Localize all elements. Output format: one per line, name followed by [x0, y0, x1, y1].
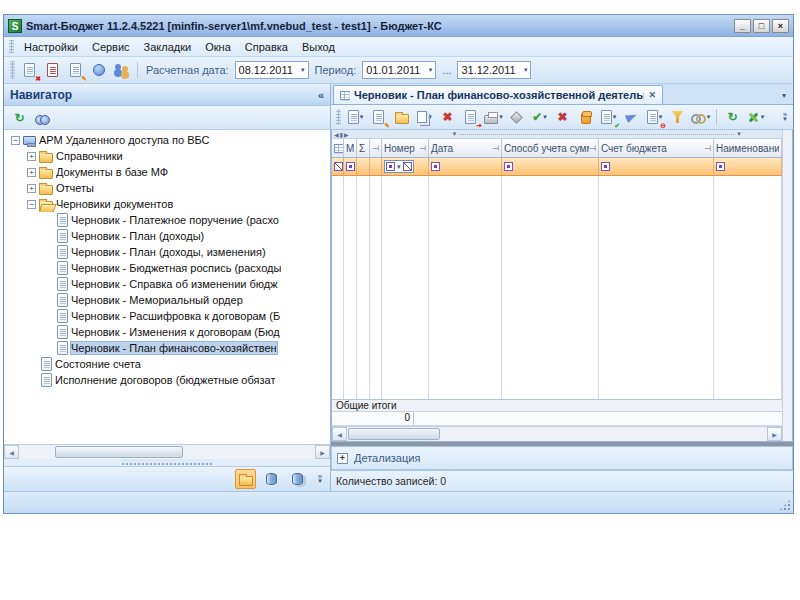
tab-plan-fhd[interactable]: Черновик - План финансово-хозяйственной …: [333, 85, 663, 104]
period-from-dropdown-icon[interactable]: ▾: [429, 66, 433, 74]
filter-cell[interactable]: ▾: [382, 158, 429, 175]
filter-cell[interactable]: [502, 158, 599, 175]
filter-clear-icon[interactable]: [403, 162, 412, 171]
copy-dropdown-icon[interactable]: ▾: [428, 113, 432, 121]
exit-document-button[interactable]: ✖: [19, 60, 40, 80]
tools-dropdown-icon[interactable]: ▾: [761, 113, 765, 121]
tab-close-icon[interactable]: ✕: [648, 90, 656, 100]
calc-date-dropdown-icon[interactable]: ▾: [301, 66, 305, 74]
verify-document-button[interactable]: ✔▾: [598, 107, 619, 127]
pushpin-icon[interactable]: ⊣: [492, 144, 499, 153]
tree-item[interactable]: Черновик - План (доходы, изменения): [4, 244, 330, 260]
users-button[interactable]: [111, 60, 132, 80]
scroll-track[interactable]: [347, 427, 767, 441]
save-button[interactable]: [391, 107, 412, 127]
database-view-button[interactable]: [261, 469, 282, 489]
scroll-right-icon[interactable]: ▶: [767, 427, 782, 441]
tree-item[interactable]: Черновик - Платежное поручение (расхо: [4, 212, 330, 228]
column-header-счет бюджета[interactable]: Счет бюджета⊣: [599, 139, 714, 157]
collapse-panel-icon[interactable]: «: [318, 89, 324, 101]
send-button[interactable]: [621, 107, 642, 127]
tree-item[interactable]: Черновик - План (доходы): [4, 228, 330, 244]
filter-cell[interactable]: [599, 158, 714, 175]
close-button[interactable]: ×: [772, 19, 789, 33]
minimize-button[interactable]: _: [734, 19, 751, 33]
column-scroll-indicator[interactable]: ▼▼: [452, 131, 742, 137]
grid-customize-icon[interactable]: [334, 144, 344, 153]
edit-document-button[interactable]: ✎: [368, 107, 389, 127]
maximize-button[interactable]: □: [753, 19, 770, 33]
scroll-track[interactable]: [19, 445, 315, 459]
eraser-button[interactable]: [506, 107, 527, 127]
create-document-button[interactable]: ▾: [345, 107, 366, 127]
search-binoculars-button[interactable]: [32, 108, 53, 128]
menu-item-настройки[interactable]: Настройки: [17, 39, 85, 55]
tree-item[interactable]: Состояние счета: [4, 356, 330, 372]
filter-button-icon[interactable]: [504, 162, 513, 171]
verify-document-dropdown-icon[interactable]: ▾: [613, 113, 617, 121]
tree-item[interactable]: Черновик - Бюджетная роспись (расходы: [4, 260, 330, 276]
delete-button[interactable]: ✖: [437, 107, 458, 127]
filter-active-cell[interactable]: ▾: [384, 160, 414, 173]
column-header[interactable]: ⊣: [370, 139, 382, 157]
edit-document-button[interactable]: ✎: [65, 60, 86, 80]
hold-hand-button[interactable]: [575, 107, 596, 127]
filter-cell[interactable]: [332, 158, 344, 175]
tree-item[interactable]: Исполнение договоров (бюджетные обязат: [4, 372, 330, 388]
tree-item[interactable]: Черновик - Изменения к договорам (Бюд: [4, 324, 330, 340]
tools-button[interactable]: ▾: [745, 107, 766, 127]
tree-item[interactable]: +Документы в базе МФ: [4, 164, 330, 180]
tree-item[interactable]: Черновик - План финансово-хозяйствен: [4, 340, 330, 356]
column-header[interactable]: [332, 139, 344, 157]
period-to-input[interactable]: 31.12.2011 ▾: [457, 61, 531, 79]
tree-item[interactable]: Черновик - Справка об изменении бюдж: [4, 276, 330, 292]
expand-plus-icon[interactable]: +: [27, 168, 36, 177]
filter-button-icon[interactable]: [716, 162, 725, 171]
filter-clear-icon[interactable]: [334, 162, 343, 171]
column-header-способ учета сумм[interactable]: Способ учета сумм⊣: [502, 139, 599, 157]
column-header-номер[interactable]: Номер⊣: [382, 139, 429, 157]
navigator-overflow-icon[interactable]: »▼: [314, 474, 326, 484]
block-document-button[interactable]: ⊖▾: [644, 107, 665, 127]
print-button[interactable]: ▾: [483, 107, 504, 127]
tab-list-dropdown-icon[interactable]: ▾: [782, 91, 791, 104]
filter-cell[interactable]: [429, 158, 502, 175]
resize-grip[interactable]: [779, 499, 791, 511]
export-document-button[interactable]: ➜: [460, 107, 481, 127]
refresh-button[interactable]: ↻: [9, 108, 30, 128]
copy-button[interactable]: ▾: [414, 107, 435, 127]
filter-cell[interactable]: [370, 158, 382, 175]
scroll-thumb[interactable]: [55, 446, 183, 458]
grid-body[interactable]: [332, 176, 782, 399]
block-document-dropdown-icon[interactable]: ▾: [659, 113, 663, 121]
tree-item[interactable]: +Справочники: [4, 148, 330, 164]
accept-button[interactable]: ✔▾: [529, 107, 550, 127]
calc-date-input[interactable]: 08.12.2011 ▾: [235, 61, 309, 79]
pushpin-icon[interactable]: ⊣: [589, 144, 596, 153]
tree-item[interactable]: Черновик - Мемориальный ордер: [4, 292, 330, 308]
filter-button-icon[interactable]: [386, 162, 395, 171]
database-group-view-button[interactable]: [287, 469, 308, 489]
collapse-minus-icon[interactable]: −: [27, 200, 36, 209]
filter-cell[interactable]: [357, 158, 370, 175]
menu-item-выход[interactable]: Выход: [295, 39, 342, 55]
column-header-дата[interactable]: Дата⊣: [429, 139, 502, 157]
grid-hscrollbar[interactable]: ◀ ▶: [332, 426, 782, 441]
expand-plus-icon[interactable]: +: [27, 152, 36, 161]
tree-item[interactable]: −Черновики документов: [4, 196, 330, 212]
period-from-input[interactable]: 01.01.2011 ▾: [362, 61, 436, 79]
pushpin-icon[interactable]: ⊣: [419, 144, 426, 153]
navigator-hscrollbar[interactable]: ◀ ▶: [4, 444, 330, 459]
pushpin-icon[interactable]: ⊣: [372, 144, 379, 153]
scroll-left-icon[interactable]: ◀: [332, 427, 347, 441]
filter-button-icon[interactable]: [431, 162, 440, 171]
period-to-dropdown-icon[interactable]: ▾: [524, 66, 528, 74]
column-freeze-splitter[interactable]: ◀▮▶: [332, 131, 352, 138]
tree-item[interactable]: Черновик - Расшифровка к договорам (Б: [4, 308, 330, 324]
column-header-наименовани[interactable]: Наименовани: [714, 139, 782, 157]
scroll-right-icon[interactable]: ▶: [315, 445, 330, 459]
collapse-minus-icon[interactable]: −: [11, 136, 20, 145]
filter-button-icon[interactable]: [346, 162, 355, 171]
info-button[interactable]: [88, 60, 109, 80]
panel-splitter-grip[interactable]: [122, 459, 212, 466]
